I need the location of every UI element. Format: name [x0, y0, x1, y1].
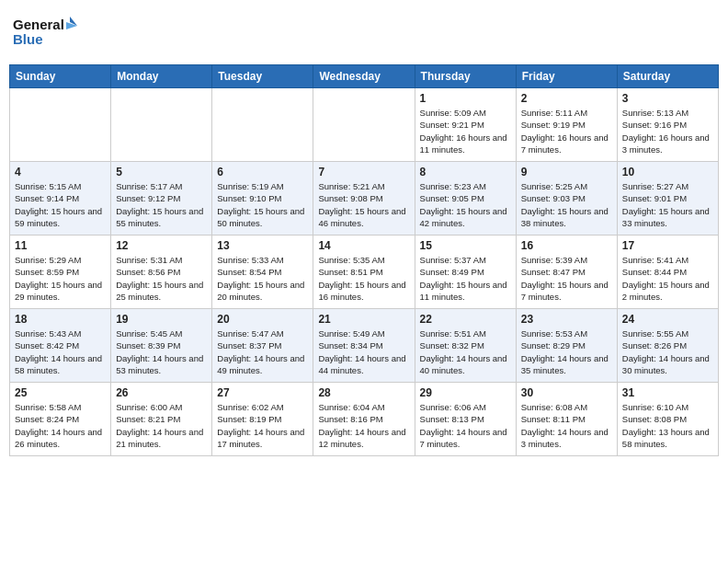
day-info: Sunrise: 5:43 AM Sunset: 8:42 PM Dayligh…	[15, 327, 106, 376]
day-info: Sunrise: 6:08 AM Sunset: 8:11 PM Dayligh…	[521, 401, 612, 450]
day-info: Sunrise: 5:19 AM Sunset: 9:10 PM Dayligh…	[217, 180, 308, 229]
calendar-cell: 15Sunrise: 5:37 AM Sunset: 8:49 PM Dayli…	[415, 236, 516, 309]
calendar-week-row: 1Sunrise: 5:09 AM Sunset: 9:21 PM Daylig…	[10, 88, 719, 162]
day-info: Sunrise: 5:37 AM Sunset: 8:49 PM Dayligh…	[420, 254, 511, 303]
calendar-cell: 27Sunrise: 6:02 AM Sunset: 8:19 PM Dayli…	[212, 383, 313, 456]
calendar-cell: 14Sunrise: 5:35 AM Sunset: 8:51 PM Dayli…	[313, 236, 415, 309]
day-number: 16	[521, 239, 612, 252]
day-number: 4	[15, 166, 106, 178]
svg-text:General: General	[13, 17, 64, 32]
day-info: Sunrise: 5:09 AM Sunset: 9:21 PM Dayligh…	[420, 107, 511, 155]
calendar-week-row: 25Sunrise: 5:58 AM Sunset: 8:24 PM Dayli…	[10, 383, 719, 456]
calendar-cell: 7Sunrise: 5:21 AM Sunset: 9:08 PM Daylig…	[313, 162, 415, 236]
day-number: 24	[622, 313, 713, 326]
calendar-cell: 12Sunrise: 5:31 AM Sunset: 8:56 PM Dayli…	[111, 236, 212, 309]
day-number: 28	[318, 386, 409, 399]
day-info: Sunrise: 5:13 AM Sunset: 9:16 PM Dayligh…	[622, 107, 713, 155]
day-number: 29	[420, 386, 511, 399]
weekday-header-saturday: Saturday	[617, 65, 718, 88]
day-number: 8	[420, 166, 511, 178]
calendar-week-row: 11Sunrise: 5:29 AM Sunset: 8:59 PM Dayli…	[10, 236, 719, 309]
calendar-cell: 29Sunrise: 6:06 AM Sunset: 8:13 PM Dayli…	[415, 383, 516, 456]
day-number: 5	[116, 166, 207, 178]
day-number: 19	[116, 313, 207, 326]
day-number: 21	[318, 313, 409, 326]
calendar-cell: 16Sunrise: 5:39 AM Sunset: 8:47 PM Dayli…	[516, 236, 617, 309]
day-number: 9	[521, 166, 612, 178]
day-info: Sunrise: 5:11 AM Sunset: 9:19 PM Dayligh…	[521, 107, 612, 155]
weekday-header-tuesday: Tuesday	[212, 65, 313, 88]
day-number: 26	[116, 386, 207, 399]
weekday-header-thursday: Thursday	[415, 65, 516, 88]
calendar-cell	[10, 88, 111, 162]
calendar-cell: 24Sunrise: 5:55 AM Sunset: 8:26 PM Dayli…	[617, 309, 718, 383]
calendar-cell: 23Sunrise: 5:53 AM Sunset: 8:29 PM Dayli…	[516, 309, 617, 383]
day-info: Sunrise: 6:00 AM Sunset: 8:21 PM Dayligh…	[116, 401, 207, 450]
day-info: Sunrise: 6:04 AM Sunset: 8:16 PM Dayligh…	[318, 401, 409, 450]
day-info: Sunrise: 6:10 AM Sunset: 8:08 PM Dayligh…	[622, 401, 713, 450]
day-info: Sunrise: 5:55 AM Sunset: 8:26 PM Dayligh…	[622, 327, 713, 376]
day-number: 20	[217, 313, 308, 326]
calendar-cell: 21Sunrise: 5:49 AM Sunset: 8:34 PM Dayli…	[313, 309, 415, 383]
day-number: 12	[116, 239, 207, 252]
calendar-cell: 18Sunrise: 5:43 AM Sunset: 8:42 PM Dayli…	[10, 309, 111, 383]
calendar-cell: 8Sunrise: 5:23 AM Sunset: 9:05 PM Daylig…	[415, 162, 516, 236]
day-info: Sunrise: 5:27 AM Sunset: 9:01 PM Dayligh…	[622, 180, 713, 229]
day-number: 13	[217, 239, 308, 252]
weekday-header-sunday: Sunday	[10, 65, 111, 88]
day-info: Sunrise: 5:21 AM Sunset: 9:08 PM Dayligh…	[318, 180, 409, 229]
calendar-header-row: SundayMondayTuesdayWednesdayThursdayFrid…	[10, 65, 719, 88]
day-info: Sunrise: 5:45 AM Sunset: 8:39 PM Dayligh…	[116, 327, 207, 376]
calendar-cell	[313, 88, 415, 162]
day-info: Sunrise: 5:41 AM Sunset: 8:44 PM Dayligh…	[622, 254, 713, 303]
calendar-cell: 1Sunrise: 5:09 AM Sunset: 9:21 PM Daylig…	[415, 88, 516, 162]
day-info: Sunrise: 5:35 AM Sunset: 8:51 PM Dayligh…	[318, 254, 409, 303]
calendar-cell: 13Sunrise: 5:33 AM Sunset: 8:54 PM Dayli…	[212, 236, 313, 309]
day-number: 2	[521, 92, 612, 105]
calendar-cell: 9Sunrise: 5:25 AM Sunset: 9:03 PM Daylig…	[516, 162, 617, 236]
day-number: 25	[15, 386, 106, 399]
calendar-cell: 30Sunrise: 6:08 AM Sunset: 8:11 PM Dayli…	[516, 383, 617, 456]
day-number: 27	[217, 386, 308, 399]
day-number: 6	[217, 166, 308, 178]
svg-marker-3	[66, 22, 77, 29]
logo: General Blue	[13, 13, 77, 53]
calendar-week-row: 4Sunrise: 5:15 AM Sunset: 9:14 PM Daylig…	[10, 162, 719, 236]
day-number: 10	[622, 166, 713, 178]
calendar-table: SundayMondayTuesdayWednesdayThursdayFrid…	[9, 64, 719, 456]
calendar-cell: 2Sunrise: 5:11 AM Sunset: 9:19 PM Daylig…	[516, 88, 617, 162]
day-number: 18	[15, 313, 106, 326]
calendar-cell: 17Sunrise: 5:41 AM Sunset: 8:44 PM Dayli…	[617, 236, 718, 309]
calendar-cell: 3Sunrise: 5:13 AM Sunset: 9:16 PM Daylig…	[617, 88, 718, 162]
day-number: 3	[622, 92, 713, 105]
day-number: 30	[521, 386, 612, 399]
day-number: 1	[420, 92, 511, 105]
day-number: 23	[521, 313, 612, 326]
day-number: 15	[420, 239, 511, 252]
day-info: Sunrise: 5:51 AM Sunset: 8:32 PM Dayligh…	[420, 327, 511, 376]
day-info: Sunrise: 5:15 AM Sunset: 9:14 PM Dayligh…	[15, 180, 106, 229]
calendar-cell: 22Sunrise: 5:51 AM Sunset: 8:32 PM Dayli…	[415, 309, 516, 383]
calendar-cell: 25Sunrise: 5:58 AM Sunset: 8:24 PM Dayli…	[10, 383, 111, 456]
day-number: 11	[15, 239, 106, 252]
day-info: Sunrise: 5:31 AM Sunset: 8:56 PM Dayligh…	[116, 254, 207, 303]
calendar-week-row: 18Sunrise: 5:43 AM Sunset: 8:42 PM Dayli…	[10, 309, 719, 383]
calendar-cell: 11Sunrise: 5:29 AM Sunset: 8:59 PM Dayli…	[10, 236, 111, 309]
day-info: Sunrise: 5:23 AM Sunset: 9:05 PM Dayligh…	[420, 180, 511, 229]
calendar-cell: 4Sunrise: 5:15 AM Sunset: 9:14 PM Daylig…	[10, 162, 111, 236]
logo-svg: General Blue	[13, 13, 77, 53]
calendar-cell: 5Sunrise: 5:17 AM Sunset: 9:12 PM Daylig…	[111, 162, 212, 236]
weekday-header-wednesday: Wednesday	[313, 65, 415, 88]
day-info: Sunrise: 5:49 AM Sunset: 8:34 PM Dayligh…	[318, 327, 409, 376]
day-number: 17	[622, 239, 713, 252]
calendar-cell	[212, 88, 313, 162]
svg-text:Blue: Blue	[13, 31, 43, 47]
weekday-header-friday: Friday	[516, 65, 617, 88]
calendar-cell: 28Sunrise: 6:04 AM Sunset: 8:16 PM Dayli…	[313, 383, 415, 456]
day-info: Sunrise: 5:29 AM Sunset: 8:59 PM Dayligh…	[15, 254, 106, 303]
day-info: Sunrise: 5:25 AM Sunset: 9:03 PM Dayligh…	[521, 180, 612, 229]
calendar-cell	[111, 88, 212, 162]
day-info: Sunrise: 5:53 AM Sunset: 8:29 PM Dayligh…	[521, 327, 612, 376]
weekday-header-monday: Monday	[111, 65, 212, 88]
calendar-cell: 19Sunrise: 5:45 AM Sunset: 8:39 PM Dayli…	[111, 309, 212, 383]
